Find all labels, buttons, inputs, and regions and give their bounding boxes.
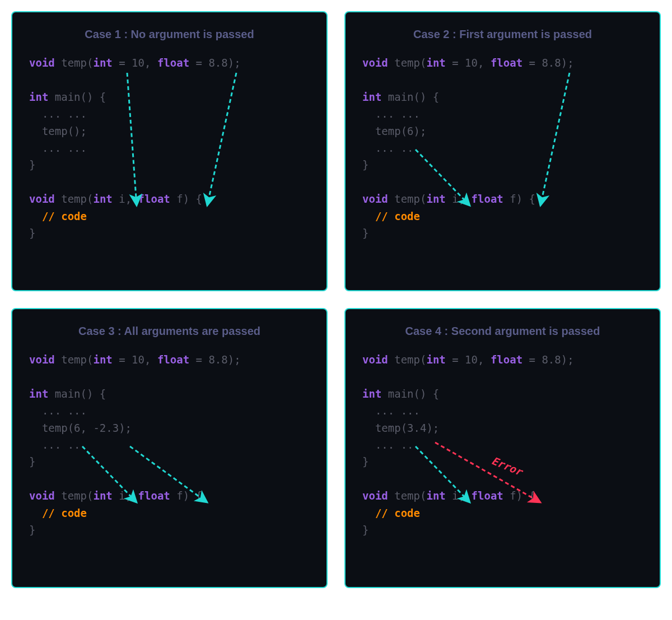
param-name: f bbox=[176, 490, 183, 502]
body-dots: ... ... bbox=[42, 404, 87, 417]
keyword-int: int bbox=[362, 91, 381, 103]
keyword-int: int bbox=[29, 388, 48, 400]
keyword-void: void bbox=[362, 57, 388, 69]
keyword-float: float bbox=[491, 353, 522, 366]
body-dots: ... ... bbox=[375, 142, 420, 154]
main-name: main bbox=[55, 388, 81, 400]
case-panel-3: Case 3 : All arguments are passed void t… bbox=[11, 308, 328, 588]
param-name: f bbox=[176, 193, 183, 205]
default-val-1: 10 bbox=[465, 57, 478, 69]
fn-name: temp bbox=[61, 490, 87, 502]
case-title: Case 4 : Second argument is passed bbox=[362, 325, 643, 338]
keyword-int: int bbox=[426, 193, 445, 205]
fn-call: temp(3.4); bbox=[375, 422, 439, 434]
keyword-float: float bbox=[472, 193, 503, 205]
keyword-int: int bbox=[29, 91, 48, 103]
default-val-2: 8.8 bbox=[542, 57, 561, 69]
default-val-2: 8.8 bbox=[208, 57, 227, 69]
keyword-int: int bbox=[93, 353, 112, 366]
keyword-int: int bbox=[426, 353, 445, 366]
case-panel-4: Case 4 : Second argument is passed void … bbox=[344, 308, 661, 588]
fn-name: temp bbox=[61, 193, 87, 205]
param-name: f bbox=[510, 490, 516, 502]
fn-call: temp(6, -2.3); bbox=[42, 422, 132, 434]
case-title: Case 2 : First argument is passed bbox=[362, 28, 643, 41]
body-dots: ... ... bbox=[42, 439, 87, 451]
default-val-1: 10 bbox=[465, 353, 478, 366]
diagram-grid: Case 1 : No argument is passed void temp… bbox=[11, 11, 661, 588]
body-dots: ... ... bbox=[42, 142, 87, 154]
code-block: void temp(int = 10, float = 8.8); int ma… bbox=[29, 54, 310, 241]
keyword-float: float bbox=[157, 353, 189, 366]
keyword-void: void bbox=[362, 490, 388, 502]
keyword-void: void bbox=[362, 353, 388, 366]
main-name: main bbox=[388, 388, 414, 400]
case-title: Case 1 : No argument is passed bbox=[29, 28, 310, 41]
default-val-2: 8.8 bbox=[542, 353, 561, 366]
keyword-void: void bbox=[29, 193, 55, 205]
code-block: void temp(int = 10, float = 8.8); int ma… bbox=[362, 351, 643, 538]
param-name: i bbox=[119, 193, 125, 205]
fn-name: temp bbox=[61, 57, 87, 69]
fn-name: temp bbox=[394, 353, 420, 366]
body-dots: ... ... bbox=[375, 439, 420, 451]
keyword-int: int bbox=[362, 388, 381, 400]
default-val-1: 10 bbox=[132, 353, 144, 366]
keyword-int: int bbox=[93, 193, 112, 205]
param-name: i bbox=[452, 490, 458, 502]
keyword-float: float bbox=[138, 193, 170, 205]
fn-name: temp bbox=[394, 193, 420, 205]
param-name: i bbox=[119, 490, 125, 502]
param-name: i bbox=[452, 193, 458, 205]
default-val-1: 10 bbox=[132, 57, 144, 69]
keyword-int: int bbox=[93, 57, 112, 69]
code-block: void temp(int = 10, float = 8.8); int ma… bbox=[29, 351, 310, 538]
keyword-void: void bbox=[29, 57, 55, 69]
keyword-float: float bbox=[472, 490, 503, 502]
fn-call: temp(); bbox=[42, 125, 87, 137]
keyword-void: void bbox=[29, 490, 55, 502]
keyword-float: float bbox=[491, 57, 522, 69]
case-panel-2: Case 2 : First argument is passed void t… bbox=[344, 11, 661, 291]
keyword-void: void bbox=[362, 193, 388, 205]
comment: // code bbox=[42, 210, 87, 222]
body-dots: ... ... bbox=[375, 404, 420, 417]
case-title: Case 3 : All arguments are passed bbox=[29, 325, 310, 338]
body-dots: ... ... bbox=[375, 108, 420, 120]
keyword-float: float bbox=[138, 490, 170, 502]
case-panel-1: Case 1 : No argument is passed void temp… bbox=[11, 11, 328, 291]
keyword-float: float bbox=[157, 57, 189, 69]
keyword-int: int bbox=[93, 490, 112, 502]
main-name: main bbox=[388, 91, 414, 103]
comment: // code bbox=[42, 507, 87, 519]
fn-call: temp(6); bbox=[375, 125, 427, 137]
fn-name: temp bbox=[394, 57, 420, 69]
comment: // code bbox=[375, 210, 420, 222]
comment: // code bbox=[375, 507, 420, 519]
keyword-int: int bbox=[426, 57, 445, 69]
fn-name: temp bbox=[61, 353, 87, 366]
param-name: f bbox=[510, 193, 516, 205]
fn-name: temp bbox=[394, 490, 420, 502]
default-val-2: 8.8 bbox=[208, 353, 227, 366]
keyword-int: int bbox=[426, 490, 445, 502]
code-block: void temp(int = 10, float = 8.8); int ma… bbox=[362, 54, 643, 241]
keyword-void: void bbox=[29, 353, 55, 366]
body-dots: ... ... bbox=[42, 108, 87, 120]
main-name: main bbox=[55, 91, 81, 103]
